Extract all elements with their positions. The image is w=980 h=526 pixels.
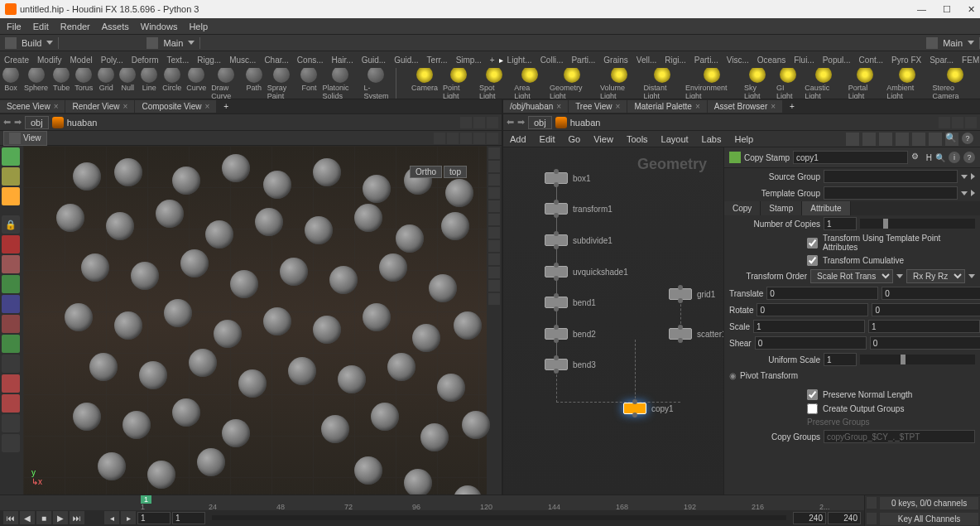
display-btn[interactable] <box>488 214 500 225</box>
subtab[interactable]: Cont... <box>855 55 887 65</box>
search-icon[interactable]: 🔍 <box>945 133 958 146</box>
tab-render-view[interactable]: Render View× <box>65 100 134 113</box>
jump-icon[interactable] <box>971 190 975 196</box>
net-menu-edit[interactable]: Edit <box>540 134 555 144</box>
prev-key-button[interactable]: ◂ <box>104 511 119 524</box>
timeline-scrollbar[interactable] <box>212 515 786 520</box>
timeline-ruler[interactable]: 1 1244872961201441681922162... <box>0 495 864 510</box>
shelf-null[interactable]: Null <box>117 68 138 99</box>
subtab[interactable]: Terr... <box>423 55 452 65</box>
wrench-icon[interactable] <box>846 133 859 146</box>
path-node[interactable]: huaban <box>570 118 601 128</box>
ncopies-slider[interactable] <box>860 219 975 229</box>
shelf-icon[interactable] <box>147 37 158 49</box>
search-icon[interactable]: 🔍 <box>935 153 945 162</box>
subtab[interactable]: Parti... <box>690 55 723 65</box>
node-subdivide1[interactable]: subdivide1 <box>545 234 612 246</box>
dropdown-icon[interactable] <box>961 191 968 195</box>
path-node[interactable]: huaban <box>67 118 98 128</box>
subtab[interactable]: Create <box>0 55 33 65</box>
shelf-draw-curve[interactable]: Draw Curve <box>209 68 243 99</box>
tool-btn[interactable] <box>2 434 20 452</box>
subtab[interactable]: Char... <box>260 55 292 65</box>
net-menu-go[interactable]: Go <box>569 134 581 144</box>
net-menu-tools[interactable]: Tools <box>627 134 648 144</box>
template-group-input[interactable] <box>824 186 958 200</box>
display-btn[interactable] <box>488 267 500 278</box>
shelf-grid[interactable]: Grid <box>95 68 117 99</box>
tab-tree[interactable]: Tree View× <box>569 100 627 113</box>
net-menu-add[interactable]: Add <box>510 134 526 144</box>
tool-btn[interactable] <box>2 235 20 253</box>
lock-tool[interactable]: 🔒 <box>2 215 20 234</box>
tab-material[interactable]: Material Palette× <box>627 100 706 113</box>
play-button[interactable]: ▶ <box>53 511 68 524</box>
shelf-platonic-solids[interactable]: Platonic Solids <box>319 68 361 99</box>
subtab[interactable]: Modify <box>33 55 65 65</box>
gear-icon[interactable]: ⚙ <box>911 152 923 163</box>
param-tab-stamp[interactable]: Stamp <box>761 201 802 215</box>
tool-btn[interactable] <box>2 335 20 353</box>
subtab[interactable]: Musc... <box>225 55 260 65</box>
subtab[interactable]: Popul... <box>819 55 855 65</box>
play-back-button[interactable]: ◀ <box>20 511 35 524</box>
split-icon[interactable] <box>473 117 485 128</box>
shelf-volume-light[interactable]: Volume Light <box>598 68 641 99</box>
display-btn[interactable] <box>488 227 500 239</box>
subtab[interactable]: Deform <box>127 55 163 65</box>
shelf-stereo-camera[interactable]: Stereo Camera <box>930 68 980 99</box>
shelf-geometry-light[interactable]: Geometry Light <box>547 68 598 99</box>
node-bend3[interactable]: bend3 <box>545 359 596 370</box>
xord-select[interactable]: Scale Rot Trans <box>810 269 893 283</box>
tool-btn[interactable] <box>2 355 20 373</box>
select-tool-icon[interactable] <box>434 133 445 144</box>
shelf-main[interactable]: Main <box>163 38 183 48</box>
shx-input[interactable] <box>755 336 867 350</box>
stop-button[interactable]: ■ <box>36 511 51 524</box>
end-frame-input[interactable] <box>793 512 826 524</box>
param-tab-attribute[interactable]: Attribute <box>802 201 850 215</box>
shelf-gi-light[interactable]: GI Light <box>774 68 802 99</box>
subtab[interactable]: Guid... <box>358 55 390 65</box>
node-name-input[interactable] <box>793 151 908 164</box>
subtab[interactable]: Colli... <box>536 55 568 65</box>
desktop-icon[interactable] <box>5 37 17 49</box>
start-frame-input[interactable] <box>137 512 171 524</box>
tab-scene-view[interactable]: Scene View× <box>0 100 65 113</box>
pin-icon[interactable] <box>460 117 472 128</box>
tool-btn[interactable] <box>2 374 20 393</box>
last-frame-button[interactable]: ⏭ <box>70 511 84 524</box>
key-all-button[interactable]: Key All Channels <box>880 513 978 525</box>
display-btn[interactable] <box>488 293 500 305</box>
shelf-environment-light[interactable]: Environment Light <box>683 68 742 99</box>
subtab[interactable]: FEM <box>958 55 980 65</box>
shelf-icon2[interactable] <box>926 37 938 49</box>
current-frame-input[interactable] <box>172 512 205 524</box>
viewport[interactable]: View 🔒 <box>0 131 502 495</box>
shelf-main2[interactable]: Main <box>943 38 963 48</box>
shelf-font[interactable]: Font <box>298 68 319 99</box>
tool-btn[interactable] <box>2 315 20 333</box>
subtab[interactable]: Light... <box>503 55 536 65</box>
chevron-down-icon[interactable] <box>46 41 53 45</box>
display-btn[interactable] <box>488 187 500 199</box>
net-menu-help[interactable]: Help <box>734 134 753 144</box>
shelf-sky-light[interactable]: Sky Light <box>742 68 774 99</box>
display-btn[interactable] <box>488 280 500 292</box>
shelf-spot-light[interactable]: Spot Light <box>477 68 512 99</box>
end2-frame-input[interactable] <box>828 512 861 524</box>
chevron-down-icon[interactable] <box>188 41 195 45</box>
h-icon[interactable]: H <box>926 153 932 162</box>
node-bend1[interactable]: bend1 <box>545 297 596 308</box>
max-icon[interactable] <box>965 117 977 128</box>
shelf-sphere[interactable]: Sphere <box>22 68 50 99</box>
subtab[interactable]: + <box>486 55 499 65</box>
subtab[interactable]: Simp... <box>452 55 486 65</box>
tool-btn[interactable] <box>2 414 20 432</box>
pin-icon[interactable] <box>939 117 950 128</box>
subtab[interactable]: Model <box>65 55 96 65</box>
grid-icon[interactable] <box>879 133 892 146</box>
tab-composite-view[interactable]: Composite View× <box>135 100 216 113</box>
node-scatter1[interactable]: scatter1 <box>669 328 723 340</box>
net-menu-view[interactable]: View <box>593 134 613 144</box>
